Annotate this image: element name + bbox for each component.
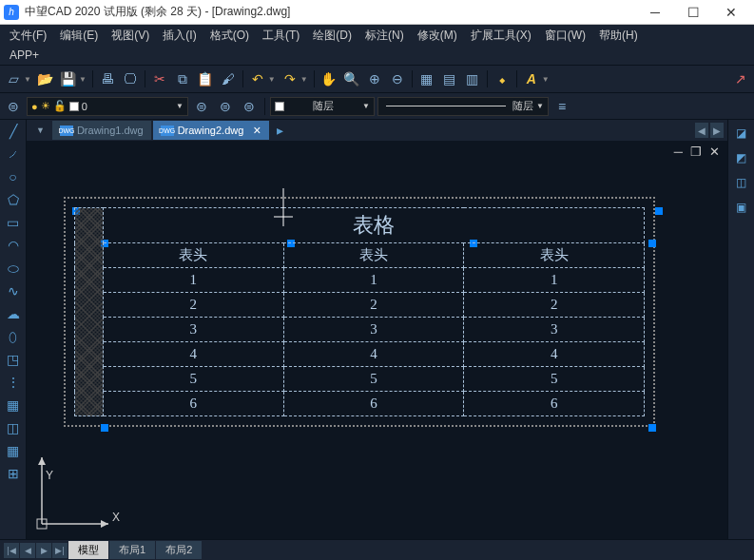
layer-iso-icon[interactable]: ⊜: [239, 96, 260, 117]
palette3-icon[interactable]: ◫: [732, 173, 751, 192]
menu-draw[interactable]: 绘图(D): [307, 26, 358, 46]
new-tab-icon[interactable]: ▸: [277, 123, 283, 138]
tool-palette-icon[interactable]: ▥: [462, 68, 483, 89]
doc-tab-1[interactable]: DWG Drawing1.dwg: [52, 121, 151, 140]
save-icon[interactable]: 💾: [58, 68, 79, 89]
menu-view[interactable]: 视图(V): [106, 26, 155, 46]
polyline-icon[interactable]: ⟋: [4, 145, 23, 164]
calc-icon[interactable]: ⬥: [492, 68, 512, 89]
mdi-restore-icon[interactable]: ❐: [690, 145, 702, 159]
text-style-icon[interactable]: A: [521, 68, 542, 89]
grip-handle[interactable]: [648, 240, 656, 247]
zoom-prev-icon[interactable]: ⊖: [387, 68, 408, 89]
zoom-realtime-icon[interactable]: 🔍: [341, 68, 362, 89]
menu-modify[interactable]: 修改(M): [412, 26, 463, 46]
arc-icon[interactable]: ◠: [4, 236, 23, 255]
table-icon[interactable]: ▦: [4, 441, 23, 460]
ellipse-icon[interactable]: ⬭: [4, 259, 23, 278]
layer-manager-icon[interactable]: ⊜: [3, 96, 24, 117]
layer-prev-icon[interactable]: ⊜: [191, 96, 212, 117]
close-tab-icon[interactable]: ×: [253, 123, 261, 138]
menu-tools[interactable]: 工具(T): [257, 26, 305, 46]
draw-toolbar: ╱ ⟋ ○ ⬠ ▭ ◠ ⬭ ∿ ☁ ⬯ ◳ ⋮ ▦ ◫ ▦ ⊞: [0, 120, 27, 539]
layout-tab-model[interactable]: 模型: [68, 541, 108, 559]
table-cell: 6: [104, 392, 284, 416]
spline-icon[interactable]: ∿: [4, 281, 23, 300]
menu-extend[interactable]: 扩展工具(X): [465, 26, 537, 46]
layout-first-icon[interactable]: |◀: [4, 543, 19, 558]
circle-icon[interactable]: ○: [4, 167, 23, 186]
close-doc-icon[interactable]: ↗: [730, 68, 751, 89]
undo-icon[interactable]: ↶: [247, 68, 268, 89]
maximize-button[interactable]: ☐: [674, 2, 712, 23]
tab-menu-icon[interactable]: ▼: [36, 126, 45, 135]
new-icon[interactable]: ▱: [3, 68, 24, 89]
palette1-icon[interactable]: ◪: [732, 124, 751, 143]
svg-marker-5: [38, 457, 46, 465]
grip-handle[interactable]: [101, 424, 108, 432]
cad-table-object[interactable]: 表格 表头 表头 表头 111 222 333 444 555 666: [74, 207, 645, 416]
mdi-minimize-icon[interactable]: ─: [674, 145, 683, 159]
hatch-icon[interactable]: ▦: [4, 396, 23, 415]
preview-icon[interactable]: 🖵: [120, 68, 141, 89]
doc-tab-2[interactable]: DWG Drawing2.dwg ×: [153, 121, 269, 140]
menu-app-plus[interactable]: APP+: [4, 47, 45, 64]
layout-tab-1[interactable]: 布局1: [109, 541, 155, 559]
dropdown-arrow[interactable]: ▼: [542, 75, 550, 84]
axis-y-label: Y: [46, 469, 53, 482]
point-icon[interactable]: ⋮: [4, 373, 23, 392]
menu-insert[interactable]: 插入(I): [157, 26, 202, 46]
mdi-close-icon[interactable]: ✕: [709, 145, 720, 159]
table-cell: 5: [283, 367, 464, 392]
revcloud-icon[interactable]: ☁: [4, 304, 23, 323]
menu-edit[interactable]: 编辑(E): [54, 26, 104, 46]
ellipse2-icon[interactable]: ⬯: [4, 327, 23, 346]
dropdown-arrow[interactable]: ▼: [79, 75, 87, 84]
layout-next-icon[interactable]: ▶: [36, 543, 51, 558]
copy-icon[interactable]: ⧉: [172, 68, 193, 89]
open-icon[interactable]: 📂: [35, 68, 56, 89]
right-toolbar: ◪ ◩ ◫ ▣: [727, 120, 754, 539]
match-icon[interactable]: 🖌: [218, 68, 239, 89]
tab-prev-icon[interactable]: ◀: [695, 123, 708, 138]
layer-state-icon[interactable]: ⊜: [215, 96, 236, 117]
dropdown-arrow[interactable]: ▼: [24, 75, 31, 84]
close-button[interactable]: ✕: [712, 2, 750, 23]
tab-next-icon[interactable]: ▶: [710, 123, 724, 138]
doc-tab-label: Drawing2.dwg: [178, 125, 244, 136]
color-combo[interactable]: 随层 ▼: [270, 97, 375, 116]
palette4-icon[interactable]: ▣: [732, 198, 751, 217]
polygon-icon[interactable]: ⬠: [4, 190, 23, 209]
rectangle-icon[interactable]: ▭: [4, 213, 23, 232]
layout-prev-icon[interactable]: ◀: [20, 543, 35, 558]
design-center-icon[interactable]: ▤: [439, 68, 460, 89]
drawing-canvas[interactable]: ─ ❐ ✕ 表格: [27, 141, 727, 539]
layout-last-icon[interactable]: ▶|: [52, 543, 68, 558]
block-icon[interactable]: ◳: [4, 350, 23, 369]
palette2-icon[interactable]: ◩: [732, 148, 751, 167]
zoom-window-icon[interactable]: ⊕: [364, 68, 385, 89]
lineweight-icon[interactable]: ≡: [551, 96, 572, 117]
menu-help[interactable]: 帮助(H): [593, 26, 644, 46]
menu-file[interactable]: 文件(F): [4, 26, 52, 46]
redo-icon[interactable]: ↷: [280, 68, 300, 89]
menu-dimension[interactable]: 标注(N): [359, 26, 410, 46]
pan-icon[interactable]: ✋: [319, 68, 339, 89]
grip-handle[interactable]: [655, 207, 663, 215]
grip-handle[interactable]: [648, 424, 656, 432]
line-icon[interactable]: ╱: [4, 122, 23, 141]
menu-format[interactable]: 格式(O): [204, 26, 255, 46]
layout-tab-2[interactable]: 布局2: [156, 541, 202, 559]
dropdown-arrow[interactable]: ▼: [268, 75, 276, 84]
region-icon[interactable]: ◫: [4, 418, 23, 437]
menu-window[interactable]: 窗口(W): [539, 26, 591, 46]
grid-icon[interactable]: ⊞: [4, 464, 23, 483]
linetype-combo[interactable]: 随层 ▼: [377, 97, 549, 116]
paste-icon[interactable]: 📋: [195, 68, 216, 89]
cut-icon[interactable]: ✂: [149, 68, 170, 89]
minimize-button[interactable]: ─: [636, 2, 674, 23]
print-icon[interactable]: 🖶: [97, 68, 118, 89]
dropdown-arrow[interactable]: ▼: [300, 75, 308, 84]
properties-icon[interactable]: ▦: [416, 68, 437, 89]
layer-combo[interactable]: ● ☀ 🔓 0 ▼: [27, 97, 188, 116]
